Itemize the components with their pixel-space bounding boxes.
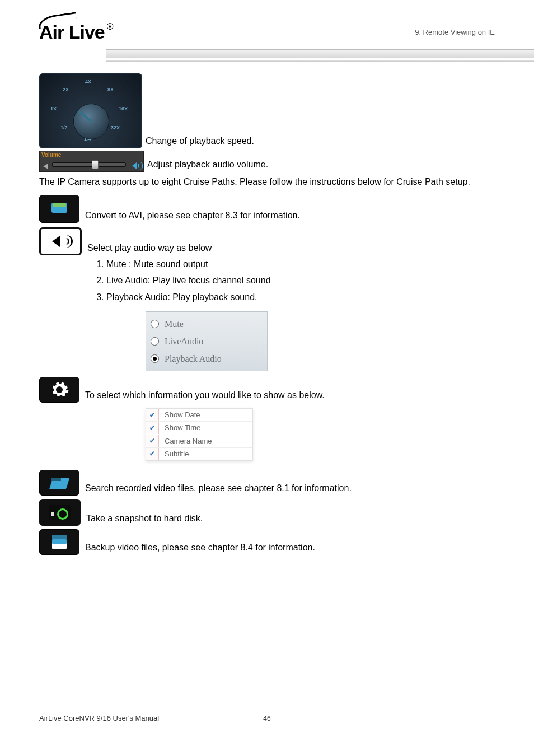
- audio-caption: Select play audio way as below: [87, 240, 495, 255]
- playback-speed-dial[interactable]: 4X 2X 8X 1X 16X 1/2 32X 1/4: [39, 73, 142, 148]
- volume-slider[interactable]: [52, 162, 126, 167]
- volume-row: Volume Adjust playback audio volume.: [39, 151, 495, 172]
- search-files-button[interactable]: [39, 470, 79, 496]
- registered-mark: ®: [107, 22, 113, 31]
- check-label-camera: Camera Name: [159, 435, 212, 447]
- snapshot-row: Take a snapshot to hard disk.: [39, 499, 495, 526]
- page-header: Air Live® 9. Remote Viewing on IE: [0, 0, 534, 41]
- audio-option-playback: Playback Audio: Play playback sound.: [106, 290, 495, 305]
- speed-2x: 2X: [63, 86, 69, 94]
- speed-row: 4X 2X 8X 1X 16X 1/2 32X 1/4 Change of pl…: [39, 73, 495, 148]
- radio-label-mute: Mute: [165, 316, 184, 332]
- radio-playbackaudio[interactable]: Playback Audio: [151, 350, 263, 367]
- check-show-time[interactable]: ✔ Show Time: [146, 422, 252, 435]
- avi-caption: Convert to AVI, please see chapter 8.3 f…: [85, 208, 495, 223]
- check-label-time: Show Time: [159, 422, 200, 434]
- radio-mute[interactable]: Mute: [151, 315, 263, 333]
- snapshot-caption: Take a snapshot to hard disk.: [86, 511, 495, 526]
- speed-32x: 32X: [111, 124, 120, 132]
- dial-knob[interactable]: [73, 104, 109, 139]
- volume-caption: Adjust playback audio volume.: [147, 157, 495, 172]
- cruise-text: The IP Camera supports up to eight Cruis…: [39, 174, 495, 189]
- audio-radio-panel: Mute LiveAudio Playback Audio: [146, 311, 268, 372]
- check-camera-name[interactable]: ✔ Camera Name: [146, 435, 252, 448]
- page-number: 46: [263, 715, 270, 722]
- check-subtitle[interactable]: ✔ Subtitle: [146, 448, 252, 460]
- snapshot-button[interactable]: [39, 499, 81, 526]
- radio-liveaudio[interactable]: LiveAudio: [151, 333, 263, 350]
- manual-title: AirLive CoreNVR 9/16 User's Manual: [39, 714, 159, 722]
- speed-8x: 8X: [107, 86, 114, 94]
- check-icon: ✔: [146, 422, 159, 434]
- mute-icon[interactable]: [43, 164, 48, 169]
- speed-1x: 1X: [50, 105, 57, 113]
- check-show-date[interactable]: ✔ Show Date: [146, 409, 252, 422]
- check-label-subtitle: Subtitle: [159, 448, 189, 460]
- settings-row: To select which information you would li…: [39, 377, 495, 403]
- volume-title: Volume: [41, 150, 61, 160]
- check-label-date: Show Date: [159, 409, 200, 421]
- page-footer: AirLive CoreNVR 9/16 User's Manual 46: [0, 714, 534, 722]
- volume-control[interactable]: Volume: [39, 151, 144, 172]
- speed-half: 1/2: [60, 124, 68, 132]
- display-settings-button[interactable]: [39, 377, 79, 403]
- speed-4x: 4X: [85, 78, 91, 86]
- speaker-icon[interactable]: [132, 162, 141, 169]
- radio-dot-mute[interactable]: [151, 320, 159, 328]
- header-band: [106, 49, 534, 58]
- radio-dot-playback[interactable]: [151, 354, 159, 363]
- camera-lens-icon: [57, 508, 68, 520]
- gear-icon: [49, 380, 69, 400]
- brand-logo: Air Live®: [39, 22, 113, 41]
- search-row: Search recorded video files, please see …: [39, 470, 495, 496]
- search-caption: Search recorded video files, please see …: [85, 480, 495, 496]
- radio-dot-live[interactable]: [151, 337, 159, 346]
- audio-options-list: Mute : Mute sound output Live Audio: Pla…: [39, 256, 495, 305]
- volume-thumb[interactable]: [92, 160, 99, 169]
- audio-row: Select play audio way as below: [39, 227, 495, 255]
- avi-row: Convert to AVI, please see chapter 8.3 f…: [39, 195, 495, 223]
- audio-option-live: Live Audio: Play live focus channel soun…: [106, 273, 495, 288]
- backup-caption: Backup video files, please see chapter 8…: [85, 540, 495, 555]
- backup-row: Backup video files, please see chapter 8…: [39, 529, 495, 555]
- settings-caption: To select which information you would li…: [85, 388, 495, 403]
- chapter-label: 9. Remote Viewing on IE: [415, 28, 495, 36]
- display-options-menu: ✔ Show Date ✔ Show Time ✔ Camera Name ✔ …: [146, 408, 253, 460]
- convert-avi-button[interactable]: [39, 195, 79, 223]
- audio-mode-button[interactable]: [39, 227, 82, 255]
- page-content: 4X 2X 8X 1X 16X 1/2 32X 1/4 Change of pl…: [0, 62, 534, 555]
- backup-button[interactable]: [39, 529, 79, 555]
- speed-16x: 16X: [119, 105, 128, 113]
- speed-caption: Change of playback speed.: [146, 133, 495, 148]
- audio-option-mute: Mute : Mute sound output: [106, 256, 495, 272]
- check-icon: ✔: [146, 409, 159, 421]
- check-icon: ✔: [146, 435, 159, 447]
- radio-label-playback: Playback Audio: [165, 351, 222, 366]
- check-icon: ✔: [146, 448, 159, 460]
- radio-label-live: LiveAudio: [165, 334, 203, 349]
